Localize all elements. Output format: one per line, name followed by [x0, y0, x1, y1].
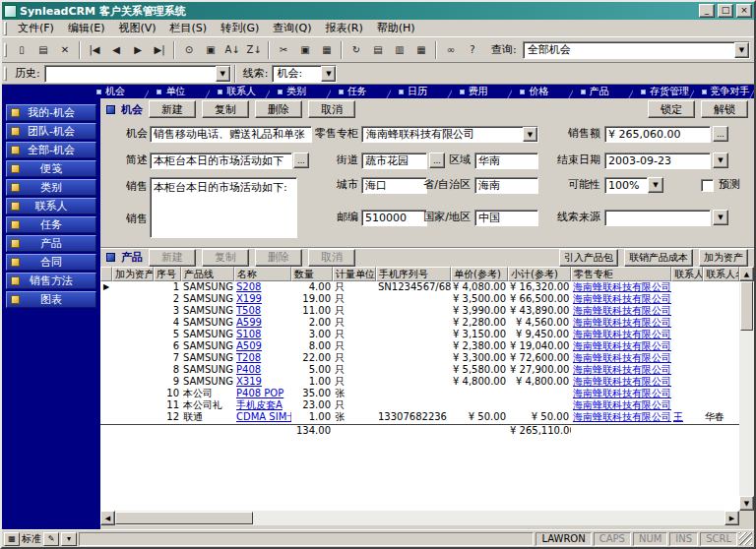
scroll-right-icon[interactable]: ▶: [724, 511, 739, 525]
tab[interactable]: 费用: [452, 85, 512, 98]
sidebar-item[interactable]: 合同: [6, 254, 96, 271]
menu-item[interactable]: 编辑(E): [61, 20, 112, 36]
paste-icon[interactable]: ▦: [316, 40, 338, 60]
add-as-asset-button[interactable]: 加为资产: [699, 249, 748, 267]
product-name-link[interactable]: 手机皮套A: [236, 399, 283, 410]
lead-source-field[interactable]: [604, 210, 711, 226]
retail-counter-combobox[interactable]: 海南蜂联科技有限公司 ▼: [361, 126, 538, 143]
column-header[interactable]: 联系人名: [703, 267, 739, 281]
table-row[interactable]: 7 SAMSUNG T208 22.00 只 ¥ 3,300.00 ¥ 72,6…: [100, 352, 739, 364]
product-new-button[interactable]: 新建: [149, 249, 196, 267]
probability-field[interactable]: 100%: [604, 177, 648, 194]
menu-item[interactable]: 转到(G): [214, 20, 266, 36]
tab[interactable]: 价格: [512, 85, 572, 98]
notes-textarea[interactable]: 本柜台本日的市场活动如下:: [150, 177, 297, 238]
table-row[interactable]: 12 联通 CDMA SIM卡 1.00 张 13307682236 ¥ 50.…: [100, 411, 739, 423]
prev-record-icon[interactable]: ◀: [105, 40, 127, 60]
opportunity-name-field[interactable]: 销售移动电话、赠送礼品和单张: [150, 126, 312, 143]
retail-counter-link[interactable]: 海南蜂联科技有限公司: [573, 305, 671, 316]
column-header[interactable]: 序号: [154, 267, 181, 281]
column-header[interactable]: 联系人姓: [671, 267, 703, 281]
retail-counter-link[interactable]: 海南蜂联科技有限公司: [573, 329, 671, 339]
tab[interactable]: 任务: [331, 85, 391, 98]
table-row[interactable]: 6 SAMSUNG A509 8.00 只 ¥ 2,380.00 ¥ 19,04…: [100, 340, 739, 352]
menu-item[interactable]: 文件(F): [11, 20, 61, 36]
product-name-link[interactable]: X319: [236, 376, 262, 387]
column-header[interactable]: 计量单位: [333, 267, 376, 281]
menu-item[interactable]: 栏目(S): [163, 20, 215, 36]
sidebar-item[interactable]: 我的-机会: [6, 104, 96, 121]
chevron-down-icon[interactable]: ▼: [216, 66, 230, 82]
scroll-up-icon[interactable]: ▲: [739, 267, 754, 281]
retail-counter-link[interactable]: 海南蜂联科技有限公司: [573, 340, 671, 351]
first-record-icon[interactable]: |◀: [84, 40, 105, 60]
import-product-pack-button[interactable]: 引入产品包: [559, 249, 618, 267]
product-name-link[interactable]: CDMA SIM卡: [236, 411, 291, 422]
sidebar-item[interactable]: 图表: [6, 291, 96, 308]
query-combobox[interactable]: 全部机会 ▼: [523, 41, 750, 59]
sidebar-item[interactable]: 销售方法: [6, 273, 96, 289]
tab[interactable]: 日历: [391, 85, 451, 98]
magnify-icon[interactable]: ⊙: [178, 40, 200, 60]
column-header[interactable]: 数量: [291, 267, 333, 281]
column-header[interactable]: 加为资产: [112, 267, 154, 281]
sort-descending-icon[interactable]: Z↓: [243, 40, 265, 60]
product-name-link[interactable]: P408: [236, 364, 261, 375]
preview-icon[interactable]: ▣: [200, 40, 221, 60]
retail-counter-link[interactable]: 海南蜂联科技有限公司: [573, 399, 671, 410]
table-row[interactable]: 4 SAMSUNG A599 2.00 只 ¥ 2,280.00 ¥ 4,560…: [100, 317, 739, 329]
column-header[interactable]: 手机序列号: [376, 267, 451, 281]
sales-amount-ellipsis-button[interactable]: ...: [713, 126, 728, 142]
grid-view-icon[interactable]: ▦: [410, 40, 432, 60]
vertical-scrollbar[interactable]: ▲ ▼: [739, 267, 754, 511]
help-icon[interactable]: ?: [462, 40, 483, 60]
column-header[interactable]: 单价(参考): [451, 267, 508, 281]
opportunity-delete-button[interactable]: 删除: [255, 100, 302, 118]
product-name-link[interactable]: S208: [236, 281, 261, 292]
product-cancel-button[interactable]: 取消: [308, 249, 355, 267]
chevron-down-icon[interactable]: ▼: [734, 42, 749, 58]
product-name-link[interactable]: A509: [236, 340, 262, 351]
product-name-link[interactable]: X199: [236, 293, 262, 304]
sidebar-item[interactable]: 便笺: [6, 160, 96, 177]
horizontal-scrollbar[interactable]: ◀ ▶: [100, 511, 739, 525]
copy-icon[interactable]: ▣: [294, 40, 316, 60]
opportunity-combobox[interactable]: 机会: ▼: [272, 65, 337, 83]
menu-item[interactable]: 报表(R): [319, 20, 370, 36]
product-name-link[interactable]: P408 POP: [236, 388, 284, 398]
opportunity-cancel-button[interactable]: 取消: [308, 100, 355, 118]
new-icon[interactable]: ▯: [11, 40, 32, 60]
sales-amount-field[interactable]: ¥ 265,060.00: [604, 126, 711, 143]
brief-field[interactable]: 本柜台本日的市场活动如下: [150, 152, 292, 169]
table-row[interactable]: 9 SAMSUNG X319 1.00 只 ¥ 4,800.00 ¥ 4,800…: [100, 376, 739, 388]
tab[interactable]: 竞争对手: [694, 85, 754, 98]
end-date-dropdown-button[interactable]: ▼: [713, 152, 728, 168]
table-row[interactable]: 2 SAMSUNG X199 19.00 只 ¥ 3,500.00 ¥ 66,5…: [100, 293, 739, 305]
column-header[interactable]: 零售专柜: [571, 267, 671, 281]
table-row[interactable]: 10 本公司 P408 POP 35.00 张 海南蜂联科技有限公司: [100, 388, 739, 399]
retail-counter-link[interactable]: 海南蜂联科技有限公司: [573, 364, 671, 375]
opportunity-copy-button[interactable]: 复制: [202, 100, 249, 118]
minimize-button[interactable]: _: [699, 4, 715, 18]
menu-item[interactable]: 视图(V): [111, 20, 162, 36]
edit-pencil-icon[interactable]: ✎: [43, 532, 59, 546]
tab[interactable]: 机会: [89, 85, 149, 98]
product-copy-button[interactable]: 复制: [202, 249, 249, 267]
view-mode-icon[interactable]: ▦: [4, 532, 20, 546]
sidebar-item[interactable]: 全部-机会: [6, 142, 96, 158]
menu-item[interactable]: 查询(Q): [266, 20, 318, 36]
retail-counter-link[interactable]: 海南蜂联科技有限公司: [573, 388, 671, 398]
scroll-down-icon[interactable]: ▼: [739, 496, 754, 511]
table-row[interactable]: 3 SAMSUNG T508 11.00 只 ¥ 3,990.00 ¥ 43,8…: [100, 305, 739, 317]
forecast-checkbox[interactable]: [701, 179, 714, 192]
delete-icon[interactable]: ✕: [54, 40, 76, 60]
table-row[interactable]: 5 SAMSUNG S108 3.00 只 ¥ 3,150.00 ¥ 9,450…: [100, 329, 739, 340]
end-date-field[interactable]: 2003-09-23: [604, 152, 711, 169]
sidebar-item[interactable]: 类别: [6, 179, 96, 196]
opportunity-new-button[interactable]: 新建: [149, 100, 196, 118]
retail-counter-link[interactable]: 海南蜂联科技有限公司: [573, 411, 671, 422]
chevron-down-icon[interactable]: ▼: [321, 66, 336, 82]
history-combobox[interactable]: ▼: [44, 65, 231, 83]
product-name-link[interactable]: T508: [236, 305, 261, 316]
cut-icon[interactable]: ✂: [273, 40, 294, 60]
